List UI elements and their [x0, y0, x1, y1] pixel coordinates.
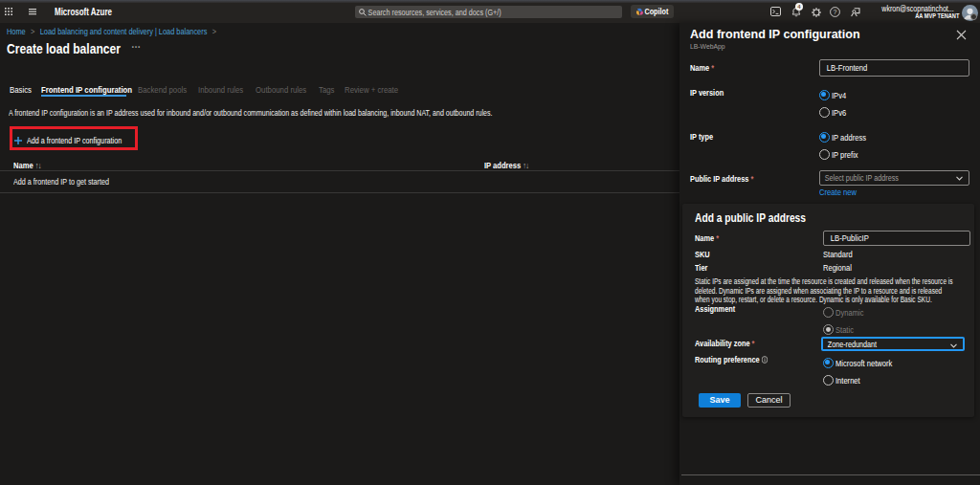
svg-text:?: ?: [834, 9, 837, 15]
